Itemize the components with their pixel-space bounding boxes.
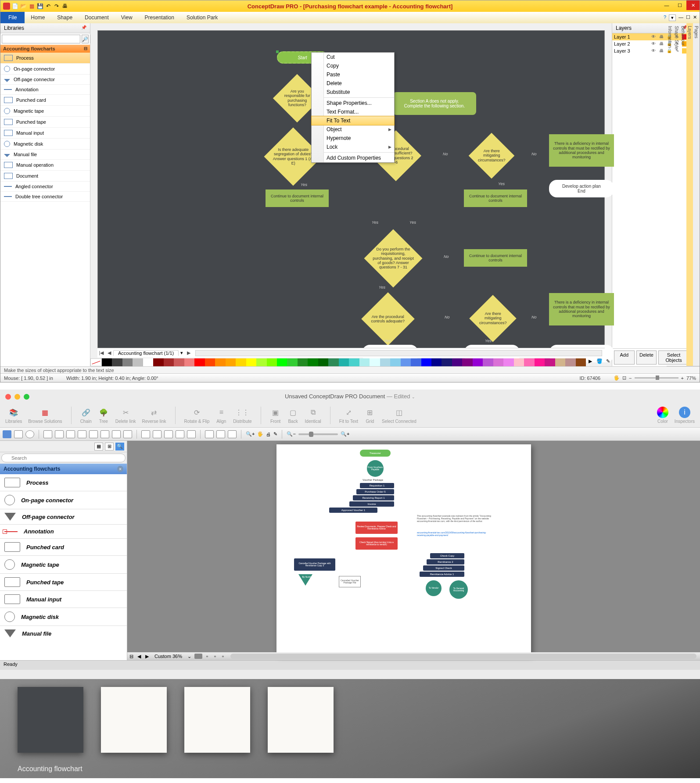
minimize-button[interactable]: —	[660, 0, 673, 10]
shape-deficiency-1[interactable]: There is a deficiency in internal contro…	[549, 134, 614, 167]
shape-by-number[interactable]: By Number	[298, 574, 312, 586]
mac-canvas[interactable]: Treasurer From Vouchers Payable Voucher …	[127, 441, 700, 660]
side-tab-shape-style[interactable]: Shape Style	[673, 23, 680, 366]
color-swatch[interactable]	[411, 358, 421, 366]
print-preview-icon[interactable]: 🖨	[266, 432, 271, 437]
help-icon[interactable]: ?	[664, 14, 666, 21]
ctx-paste[interactable]: Paste	[312, 70, 394, 79]
line-tool-icon[interactable]	[187, 430, 196, 438]
zoom-in-button[interactable]: +	[681, 375, 684, 381]
lib-item-process[interactable]: Process	[0, 474, 127, 491]
zoom-label[interactable]: Custom 36%	[151, 654, 186, 659]
color-swatch[interactable]	[359, 358, 370, 366]
color-swatch[interactable]	[421, 358, 431, 366]
shape-continue-doc-2[interactable]: Continue to document internal controls	[464, 189, 527, 207]
color-swatch[interactable]	[576, 358, 586, 366]
shape-decision-mitigating-1[interactable]: Are there mitigating circumstances?	[469, 133, 515, 179]
color-swatch[interactable]	[153, 358, 163, 366]
side-tab-information[interactable]: Information	[667, 23, 673, 366]
color-swatch[interactable]	[431, 358, 442, 366]
line-tool-icon[interactable]	[176, 430, 184, 438]
pan-tool-icon[interactable]: 🖐	[614, 375, 620, 381]
lib-item-annotation[interactable]: Annotation	[0, 525, 127, 539]
fit-page-icon[interactable]: ⊡	[622, 375, 626, 381]
color-swatch[interactable]	[555, 358, 565, 366]
shape-doc[interactable]: Approved Voucher 1	[329, 508, 377, 513]
prev-page-button[interactable]: ◀	[135, 654, 143, 659]
doc-maximize-button[interactable]: ☐	[686, 14, 690, 21]
lib-item-magnetic-tape[interactable]: Magnetic tape	[0, 556, 127, 574]
page-thumb[interactable]	[194, 654, 202, 659]
lib-item-document[interactable]: Document	[0, 171, 90, 182]
side-tab-pages[interactable]: Pages	[693, 23, 700, 366]
menu-shape[interactable]: Shape	[51, 12, 79, 23]
menu-view[interactable]: View	[115, 12, 139, 23]
color-swatch[interactable]	[112, 358, 122, 366]
ellipse-tool-icon[interactable]	[25, 430, 34, 438]
color-swatch[interactable]	[401, 358, 411, 366]
tb-select-connected[interactable]: ◫Select Connected	[382, 407, 416, 424]
color-swatch[interactable]	[287, 358, 297, 366]
ctx-shape-properties[interactable]: Shape Properties...	[312, 99, 394, 107]
title-dropdown-icon[interactable]: ⌄	[412, 395, 415, 399]
color-swatch[interactable]	[143, 358, 153, 366]
connector-tool-icon[interactable]	[66, 430, 75, 438]
ctx-delete[interactable]: Delete	[312, 79, 394, 88]
zoom-slider[interactable]	[635, 377, 678, 379]
color-swatch[interactable]	[503, 358, 513, 366]
visibility-icon[interactable]: 👁	[650, 41, 657, 46]
lib-item-process[interactable]: Process	[0, 53, 90, 64]
tb-reverse-link[interactable]: ⇄Reverse link	[142, 407, 166, 424]
library-group-header[interactable]: Accounting flowcharts ×	[0, 464, 127, 474]
style-dropdown[interactable]: ▾	[669, 14, 676, 21]
sheet-dropdown[interactable]: ▾	[179, 350, 185, 356]
connector-tool-icon[interactable]	[55, 430, 64, 438]
line-tool-icon[interactable]	[141, 430, 150, 438]
print-icon[interactable]: 🖶	[658, 34, 664, 39]
menu-presentation[interactable]: Presentation	[139, 12, 180, 23]
fill-picker-icon[interactable]: 🪣	[595, 358, 604, 366]
color-swatch[interactable]	[194, 358, 205, 366]
undo-icon[interactable]: ↶	[45, 3, 52, 10]
color-swatch[interactable]	[318, 358, 328, 366]
zoom-out-button[interactable]: −	[629, 375, 632, 381]
color-swatch[interactable]	[442, 358, 452, 366]
color-swatch[interactable]	[267, 358, 277, 366]
no-fill-swatch[interactable]	[90, 358, 102, 366]
tb-rotate-flip[interactable]: ⟳Rotate & Flip	[184, 407, 210, 424]
print-icon[interactable]: 🖶	[658, 48, 664, 54]
color-swatch[interactable]	[380, 358, 390, 366]
color-swatch[interactable]	[277, 358, 287, 366]
color-swatch[interactable]	[205, 358, 215, 366]
color-swatch[interactable]	[215, 358, 225, 366]
color-swatch[interactable]	[339, 358, 349, 366]
color-swatch[interactable]	[226, 358, 236, 366]
line-tool-icon[interactable]	[164, 430, 173, 438]
horizontal-scrollbar[interactable]	[195, 350, 602, 356]
pencil-tool-icon[interactable]: ✎	[273, 431, 277, 437]
ctx-cut[interactable]: Cut	[312, 53, 394, 61]
zoom-button[interactable]	[24, 394, 29, 400]
select-tool-icon[interactable]	[3, 430, 11, 438]
tb-chain[interactable]: 🔗Chain	[80, 407, 92, 424]
line-picker-icon[interactable]: ✎	[604, 358, 612, 366]
file-tab[interactable]: File	[0, 12, 25, 23]
library-group-header[interactable]: Accounting flowcharts ⊟	[0, 45, 90, 53]
shape-decision-mitigating-2[interactable]: Are there mitigating circumstances?	[469, 295, 516, 342]
lib-item-angled-connector[interactable]: Angled connector	[0, 182, 90, 192]
close-group-icon[interactable]: ×	[117, 466, 123, 472]
minimize-button[interactable]	[14, 394, 20, 400]
connector-tool-icon[interactable]	[112, 430, 121, 438]
print-icon[interactable]: 🖶	[658, 41, 664, 46]
color-swatch[interactable]	[298, 358, 308, 366]
save-icon[interactable]: 💾	[36, 3, 43, 10]
shape-to-vendor[interactable]: To Vendor	[426, 580, 442, 596]
page-thumb[interactable]: ▫	[211, 654, 219, 659]
connector-tool-icon[interactable]	[89, 430, 98, 438]
crop-tool-icon[interactable]	[228, 430, 237, 438]
shape-decision-requisitioning[interactable]: Do you perform the requisitioning, purch…	[364, 229, 423, 288]
tb-fit-to-text[interactable]: ⤢Fit to Text	[339, 407, 358, 424]
connector-tool-icon[interactable]	[78, 430, 86, 438]
lib-item-double-tree-connector[interactable]: Double tree connector	[0, 192, 90, 202]
text-tool-icon[interactable]	[43, 430, 52, 438]
